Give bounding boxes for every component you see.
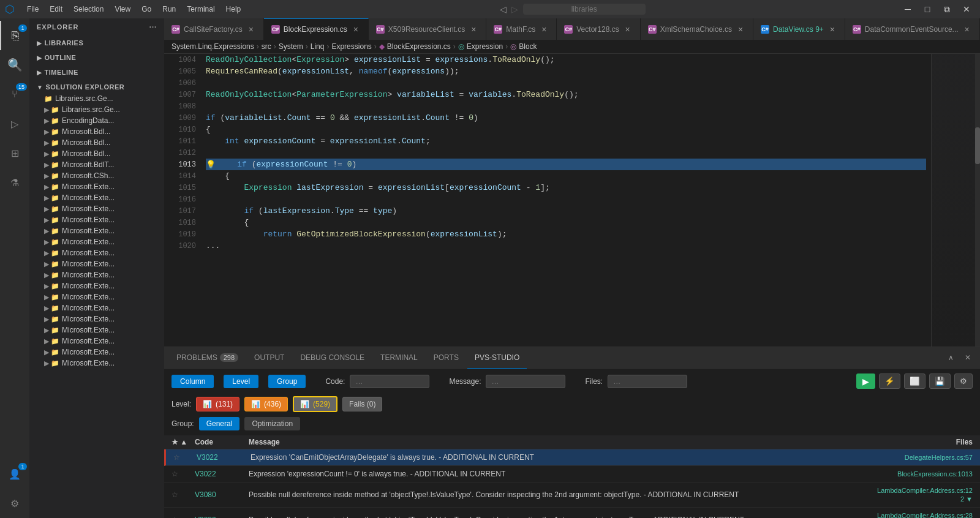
tab-ports[interactable]: PORTS	[426, 347, 466, 369]
result-file-3[interactable]: LambdaCompiler.Address.cs:12	[877, 487, 973, 494]
tab-close-icon[interactable]: ×	[469, 24, 478, 34]
tree-item-7[interactable]: ▶ 📁Microsoft.Exte...	[34, 181, 164, 192]
tab-xmlschemachoice[interactable]: C# XmlSchemaChoice.cs ×	[641, 18, 753, 40]
tree-item-21[interactable]: ▶ 📁Microsoft.Exte...	[34, 336, 164, 347]
minimap-scrollbar[interactable]	[975, 54, 980, 347]
tree-item-16[interactable]: ▶ 📁Microsoft.Exte...	[34, 280, 164, 291]
result-file-4[interactable]: LambdaCompiler.Address.cs:28	[877, 512, 973, 518]
tab-blockexpression[interactable]: C# BlockExpression.cs ×	[264, 18, 369, 40]
tab-close-icon[interactable]: ×	[962, 24, 972, 34]
pvs-filter-icon[interactable]: ⚡	[879, 373, 900, 389]
run-activity-icon[interactable]: ▷	[0, 109, 29, 138]
pvs-run-button[interactable]: ▶	[856, 373, 875, 389]
tab-close-icon[interactable]: ×	[736, 24, 745, 34]
column-button[interactable]: Column	[172, 375, 214, 388]
timeline-section-toggle[interactable]: ▶ TIMELINE	[29, 66, 164, 78]
fails-button[interactable]: Fails (0)	[342, 397, 382, 411]
tree-item-3[interactable]: ▶ 📁Microsoft.Bdl...	[34, 137, 164, 148]
breadcrumb-blockexpression-cs[interactable]: BlockExpression.cs	[387, 42, 451, 51]
libraries-section-toggle[interactable]: ▶ LIBRARIES	[29, 37, 164, 49]
extensions-activity-icon[interactable]: ⊞	[0, 138, 29, 168]
tab-close-icon[interactable]: ×	[351, 24, 361, 34]
tab-x509[interactable]: C# X509ResourceClient.cs ×	[369, 18, 486, 40]
menu-view[interactable]: View	[110, 4, 135, 15]
menu-file[interactable]: File	[22, 4, 43, 15]
menu-go[interactable]: Go	[137, 4, 156, 15]
optimization-group-button[interactable]: Optimization	[244, 417, 300, 430]
nav-forward[interactable]: ▷	[511, 4, 518, 14]
tree-item-13[interactable]: ▶ 📁Microsoft.Exte...	[34, 247, 164, 258]
breadcrumb-expressions[interactable]: Expressions	[331, 42, 371, 51]
tab-close-icon[interactable]: ×	[539, 24, 549, 34]
tab-dataview[interactable]: C# DataView.cs 9+ ×	[753, 18, 845, 40]
tab-close-icon[interactable]: ×	[623, 24, 633, 34]
breadcrumb-expression[interactable]: Expression	[467, 42, 503, 51]
result-code-4[interactable]: V3080	[195, 516, 244, 518]
tree-item-15[interactable]: ▶ 📁Microsoft.Exte...	[34, 269, 164, 280]
tree-item-root[interactable]: 📁 Libraries.src.Ge...	[34, 93, 164, 104]
tree-item-2[interactable]: ▶ 📁Microsoft.Bdl...	[34, 126, 164, 137]
maximize-button[interactable]: □	[919, 2, 936, 16]
result-file-3b[interactable]: 2 ▼	[960, 495, 973, 503]
sidebar-more-icon[interactable]: ···	[149, 23, 157, 31]
minimap-scrollthumb[interactable]	[975, 127, 980, 164]
search-activity-icon[interactable]: 🔍	[0, 50, 29, 80]
tab-vector128[interactable]: C# Vector128.cs ×	[557, 18, 640, 40]
breadcrumb-src[interactable]: src	[262, 42, 271, 51]
pvs-copy-icon[interactable]: ⬜	[904, 373, 925, 389]
account-activity-icon[interactable]: 👤 1	[0, 459, 29, 489]
tab-close-icon[interactable]: ×	[827, 24, 837, 34]
tree-item-12[interactable]: ▶ 📁Microsoft.Exte...	[34, 236, 164, 247]
menu-terminal[interactable]: Terminal	[182, 4, 219, 15]
breadcrumb-systemlinqexpressions[interactable]: System.Linq.Expressions	[172, 42, 254, 51]
level-1-button[interactable]: 📊 (131)	[196, 397, 239, 411]
general-group-button[interactable]: General	[199, 417, 240, 430]
level-2-button[interactable]: 📊 (436)	[244, 397, 288, 411]
tree-item-6[interactable]: ▶ 📁Microsoft.CSh...	[34, 170, 164, 181]
tree-item-10[interactable]: ▶ 📁Microsoft.Exte...	[34, 214, 164, 225]
tree-item-22[interactable]: ▶ 📁Microsoft.Exte...	[34, 347, 164, 358]
result-code-2[interactable]: V3022	[195, 470, 244, 478]
panel-minimize-icon[interactable]: ∧	[943, 350, 958, 365]
result-code-3[interactable]: V3080	[195, 490, 244, 499]
tab-datacommonevent[interactable]: C# DataCommonEventSource... ×	[845, 18, 980, 40]
tree-item-17[interactable]: ▶ 📁Microsoft.Exte...	[34, 291, 164, 302]
result-row-2[interactable]: ☆ V3022 Expression 'expressionCount != 0…	[164, 466, 980, 482]
tree-item-0[interactable]: ▶ 📁Libraries.src.Ge...	[34, 104, 164, 115]
tree-item-14[interactable]: ▶ 📁Microsoft.Exte...	[34, 258, 164, 269]
search-input[interactable]	[523, 4, 646, 15]
tab-problems[interactable]: PROBLEMS 298	[169, 347, 246, 369]
menu-run[interactable]: Run	[157, 4, 181, 15]
tab-debug-console[interactable]: DEBUG CONSOLE	[293, 347, 372, 369]
tree-item-1[interactable]: ▶ 📁EncodingData...	[34, 115, 164, 126]
menu-edit[interactable]: Edit	[45, 4, 67, 15]
close-button[interactable]: ✕	[958, 2, 975, 16]
result-file-1[interactable]: DelegateHelpers.cs:57	[850, 454, 973, 461]
result-row-3[interactable]: ☆ V3080 Possible null dereference inside…	[164, 482, 980, 508]
tab-output[interactable]: OUTPUT	[247, 347, 292, 369]
pvs-save-icon[interactable]: 💾	[929, 373, 951, 389]
test-activity-icon[interactable]: ⚗	[0, 168, 29, 197]
breadcrumb-block[interactable]: Block	[519, 42, 537, 51]
outline-section-toggle[interactable]: ▶ OUTLINE	[29, 51, 164, 64]
panel-close-icon[interactable]: ✕	[960, 350, 975, 365]
tree-item-11[interactable]: ▶ 📁Microsoft.Exte...	[34, 225, 164, 236]
tree-item-5[interactable]: ▶ 📁Microsoft.BdlT...	[34, 159, 164, 170]
tab-pvsstudio[interactable]: PVS-STUDIO	[467, 347, 527, 369]
breadcrumb-linq[interactable]: Linq	[311, 42, 325, 51]
star-sort-icon[interactable]: ★ ▲	[172, 438, 187, 446]
message-filter-input[interactable]	[486, 375, 565, 388]
level-3-button[interactable]: 📊 (529)	[293, 396, 337, 412]
nav-back[interactable]: ◁	[500, 4, 507, 14]
tab-mathf[interactable]: C# MathF.cs ×	[486, 18, 557, 40]
tab-close-icon[interactable]: ×	[246, 24, 256, 34]
result-file-2[interactable]: BlockExpression.cs:1013	[850, 470, 973, 478]
menu-selection[interactable]: Selection	[69, 4, 108, 15]
tree-item-4[interactable]: ▶ 📁Microsoft.Bdl...	[34, 148, 164, 159]
tree-item-18[interactable]: ▶ 📁Microsoft.Exte...	[34, 302, 164, 313]
tree-item-23[interactable]: ▶ 📁Microsoft.Exte...	[34, 358, 164, 369]
tab-callsitefactory[interactable]: C# CallSiteFactory.cs ×	[164, 18, 264, 40]
result-code-1[interactable]: V3022	[197, 453, 246, 462]
files-filter-input[interactable]	[608, 375, 687, 388]
star-2[interactable]: ☆	[172, 470, 190, 478]
